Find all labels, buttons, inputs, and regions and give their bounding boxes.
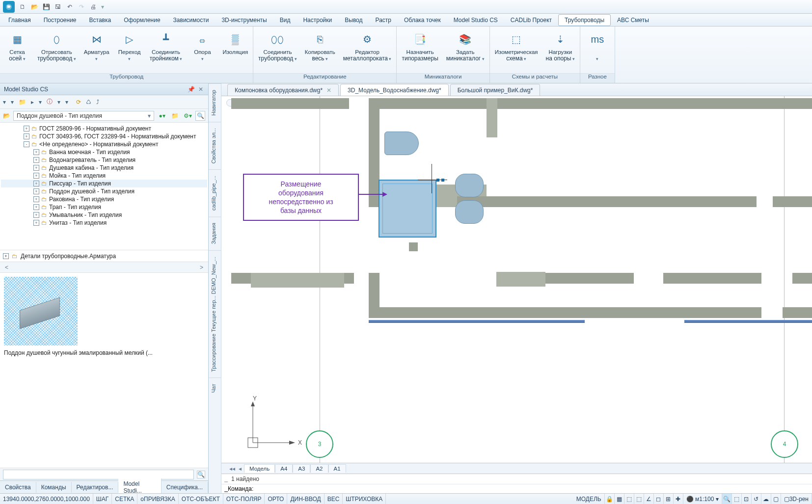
ribbon-tab[interactable]: АВС Сметы bbox=[611, 14, 655, 26]
side-panel-pin-icons[interactable]: 📌 ✕ bbox=[188, 86, 204, 93]
vertical-tab[interactable]: Трассирование Текущие пер... DEMO_New_..… bbox=[209, 250, 221, 378]
fixture-toilet[interactable] bbox=[384, 132, 419, 155]
ribbon-button[interactable]: ⬯⬯Соединитьтрубопровод bbox=[254, 28, 301, 64]
side-panel-tab[interactable]: Свойства bbox=[0, 482, 36, 493]
status-mode-toggle[interactable]: оПРИВЯЗКА bbox=[137, 494, 178, 504]
tree-node[interactable]: +🗀Душевая кабина - Тип изделия bbox=[1, 164, 207, 172]
close-icon[interactable]: ✕ bbox=[326, 87, 331, 94]
vertical-tab[interactable]: Навигатор bbox=[209, 83, 221, 122]
status-icon[interactable]: ✚ bbox=[674, 494, 683, 504]
status-render-mode[interactable]: ▢ 3D-рен bbox=[781, 494, 812, 504]
side-panel-tab[interactable]: Команды bbox=[36, 482, 72, 493]
status-cloud-icon[interactable]: ☁ bbox=[761, 494, 771, 504]
tree-node[interactable]: +🗀Унитаз - Тип изделия bbox=[1, 219, 207, 227]
ribbon-button[interactable]: ⋈Арматура bbox=[80, 28, 113, 64]
ribbon-tab[interactable]: Model Studio CS bbox=[447, 14, 504, 26]
ribbon-tab[interactable]: Настройки bbox=[297, 14, 338, 26]
ribbon-button[interactable]: 📚Задатьминикаталог bbox=[442, 28, 488, 64]
ribbon-button[interactable]: ▦Сеткаосей bbox=[1, 28, 33, 64]
status-mode-toggle[interactable]: ВЕС bbox=[325, 494, 343, 504]
status-icon[interactable]: ◻ bbox=[654, 494, 664, 504]
ribbon-tab[interactable]: Вид bbox=[273, 14, 297, 26]
tree-node[interactable]: +🗀Писсуар - Тип изделия bbox=[1, 180, 207, 187]
fixture-drain[interactable] bbox=[409, 242, 418, 251]
saveall-icon[interactable]: 🖫 bbox=[53, 2, 63, 12]
print-icon[interactable]: 🖨 bbox=[88, 2, 98, 12]
status-scale[interactable]: ⚫ м1:100 ▾ bbox=[683, 494, 722, 504]
ribbon-tab[interactable]: Построение bbox=[37, 14, 83, 26]
command-input-row[interactable]: ⎯Команда: bbox=[221, 484, 812, 493]
filter-refresh-icon[interactable]: ●▾ bbox=[157, 111, 167, 121]
ribbon-tab[interactable]: Вставка bbox=[83, 14, 118, 26]
side-panel-search-input[interactable] bbox=[3, 470, 194, 479]
status-nav-icon[interactable]: ↺ bbox=[752, 494, 761, 504]
status-lock-icon[interactable]: 🔒 bbox=[605, 494, 615, 504]
new-icon[interactable]: 🗋 bbox=[18, 2, 27, 12]
status-search-icon[interactable]: 🔍 bbox=[722, 494, 732, 504]
side-panel-tab[interactable]: Специфика... bbox=[162, 482, 208, 493]
ribbon-tab[interactable]: Главная bbox=[2, 14, 37, 26]
layout-tab[interactable]: А3 bbox=[293, 464, 310, 473]
ribbon-tab[interactable]: 3D-инструменты bbox=[215, 14, 273, 26]
undo-icon[interactable]: ↶ bbox=[65, 2, 75, 12]
layout-nav[interactable]: ◂◂ bbox=[228, 465, 236, 472]
tree-node[interactable]: +🗀ГОСТ 25809-96 - Нормативный документ bbox=[1, 125, 207, 133]
tree-node[interactable]: +🗀Поддон душевой - Тип изделия bbox=[1, 187, 207, 195]
model-canvas[interactable]: –СверхуБыстрый bbox=[221, 96, 812, 463]
layout-tab[interactable]: А4 bbox=[275, 464, 293, 473]
status-nav-icon[interactable]: ▢ bbox=[771, 494, 781, 504]
tree-node[interactable]: -🗀<Не определено> - Нормативный документ bbox=[1, 140, 207, 148]
fixture-sink[interactable] bbox=[455, 200, 484, 224]
layout-tab[interactable]: Модель bbox=[244, 464, 275, 473]
ribbon-tab[interactable]: Растр bbox=[369, 14, 398, 26]
ribbon-tab[interactable]: Трубопроводы bbox=[558, 14, 611, 26]
filter-gear-icon[interactable]: ⚙▾ bbox=[183, 111, 192, 121]
ribbon-tab[interactable]: Оформление bbox=[117, 14, 166, 26]
status-icon[interactable]: ∠ bbox=[644, 494, 654, 504]
document-tab[interactable]: 3D_Модель_Водоснабжение.dwg* bbox=[340, 84, 449, 96]
document-tab[interactable]: Большой пример_ВиК.dwg* bbox=[450, 84, 541, 96]
ribbon-button[interactable]: ⬯Отрисоватьтрубопровод bbox=[33, 28, 80, 64]
tree-node[interactable]: +🗀Мойка - Тип изделия bbox=[1, 172, 207, 180]
app-logo[interactable] bbox=[3, 1, 15, 13]
status-mode-toggle[interactable]: СЕТКА bbox=[112, 494, 137, 504]
ribbon-tab[interactable]: Облака точек bbox=[398, 14, 447, 26]
ribbon-tab[interactable]: CADLib Проект bbox=[504, 14, 558, 26]
tree-node[interactable]: +🗀Ванна моечная - Тип изделия bbox=[1, 148, 207, 156]
side-panel-tab[interactable]: Редактиров... bbox=[72, 482, 119, 493]
layout-tab[interactable]: А1 bbox=[328, 464, 346, 473]
side-panel-search-button[interactable]: 🔍 bbox=[197, 471, 205, 478]
tree-node[interactable]: +🗀Трап - Тип изделия bbox=[1, 203, 207, 211]
ribbon-tab[interactable]: Зависимости bbox=[167, 14, 216, 26]
ribbon-button[interactable]: ms bbox=[581, 28, 614, 64]
status-grid-icon[interactable]: ▦ bbox=[615, 494, 624, 504]
status-mode-toggle[interactable]: ОТС-ПОЛЯР bbox=[223, 494, 265, 504]
layout-tab[interactable]: А2 bbox=[310, 464, 328, 473]
tree-node[interactable]: +🗀Умывальник - Тип изделия bbox=[1, 211, 207, 219]
save-icon[interactable]: 💾 bbox=[41, 2, 51, 12]
filter-folder-icon[interactable]: 📁 bbox=[170, 111, 180, 121]
tree-node[interactable]: +🗀ГОСТ 30493-96, ГОСТ 23289-94 - Нормати… bbox=[1, 133, 207, 140]
tree-node[interactable]: +🗀Водонагреватель - Тип изделия bbox=[1, 156, 207, 164]
pipe-run[interactable] bbox=[369, 320, 585, 323]
status-mode-toggle[interactable]: ШТРИХОВКА bbox=[343, 494, 386, 504]
status-icon[interactable]: ⬚ bbox=[634, 494, 644, 504]
catalog-tree[interactable]: +🗀ГОСТ 25809-96 - Нормативный документ+🗀… bbox=[0, 123, 208, 250]
pipe-run[interactable] bbox=[684, 320, 812, 323]
status-nav-icon[interactable]: ⬚ bbox=[732, 494, 742, 504]
status-mode-toggle[interactable]: ОРТО bbox=[265, 494, 287, 504]
side-panel-filter-combo[interactable]: Поддон душевой - Тип изделия▾ bbox=[13, 111, 154, 121]
redo-icon[interactable]: ↷ bbox=[77, 2, 86, 12]
status-mode-toggle[interactable]: ОТС-ОБЪЕКТ bbox=[179, 494, 223, 504]
side-panel-toolbar[interactable]: ▾▾📁▸▾ⓘ▾▾ ⟳♺⤴ bbox=[0, 95, 208, 109]
layout-nav[interactable]: ◂ bbox=[236, 465, 244, 472]
filter-search-icon[interactable]: 🔍 bbox=[195, 111, 205, 121]
status-mode-toggle[interactable]: ШАГ bbox=[93, 494, 112, 504]
status-mode-toggle[interactable]: ДИН-ВВОД bbox=[287, 494, 324, 504]
ribbon-button[interactable]: ⇣Нагрузкина опоры bbox=[542, 28, 579, 64]
ribbon-button[interactable]: ▒Изоляция bbox=[218, 28, 252, 57]
tree-node[interactable]: +🗀Раковина - Тип изделия bbox=[1, 195, 207, 203]
open-icon[interactable]: 📂 bbox=[29, 2, 39, 12]
ribbon-button[interactable]: 📑Назначитьтипоразмеры bbox=[398, 28, 442, 64]
ribbon-button[interactable]: ⬚Изометрическаясхема bbox=[491, 28, 542, 64]
